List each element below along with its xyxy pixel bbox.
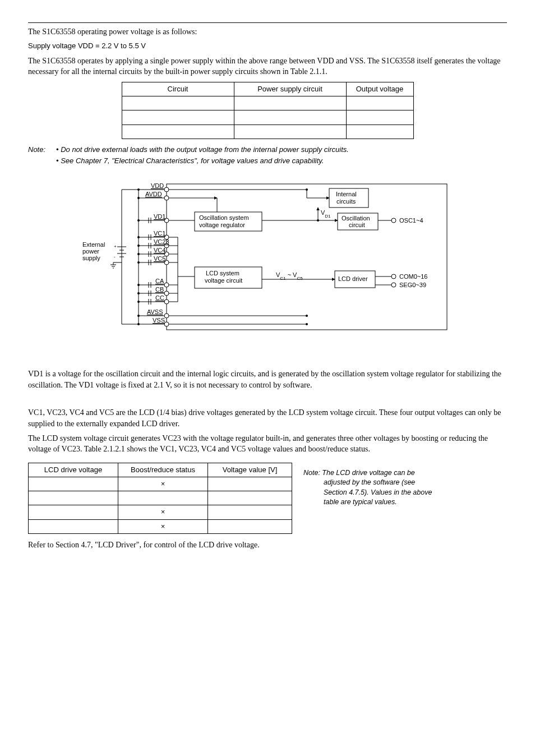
lcd-cell: × [118,519,208,533]
table-row: Circuit Power supply circuit Output volt… [122,82,413,96]
intro-p1: The S1C63558 operating power voltage is … [28,26,507,38]
supply-line: Supply voltage VDD = 2.2 V to 5.5 V [28,41,507,51]
svg-point-17 [164,187,169,192]
circuit-header: Power supply circuit [234,82,346,96]
svg-point-54 [164,314,169,318]
diagram-label: VC4 [154,247,165,253]
svg-point-60 [137,236,140,238]
diagram-label: CC [155,294,164,301]
table-row: × [29,505,292,519]
svg-point-65 [137,292,140,294]
footer-paragraph: Refer to Section 4.7, "LCD Driver", for … [28,540,507,551]
table-row [122,96,413,110]
table-row: × [29,519,292,533]
circuit-cell [346,110,413,125]
diagram-label: Oscillation system [199,214,249,221]
lcd-cell [118,491,208,505]
svg-point-57 [164,322,169,326]
circuit-cell [346,96,413,110]
svg-point-48 [164,291,169,296]
circuit-cell [122,125,234,139]
diagram-label: voltage regulator [199,222,245,228]
lcd-cell [29,477,118,491]
svg-point-103 [306,323,308,325]
diagram-label: circuits [336,198,356,205]
diagram-label: OSC1~4 [399,217,423,224]
diagram-label: SEG0~39 [399,282,426,288]
diagram-label: Oscillation [342,215,370,222]
lcd-cell [208,519,292,533]
lcd-cell [208,505,292,519]
svg-rect-15 [167,184,447,330]
diagram-label: AVDD [145,191,162,197]
diagram-label: Internal [336,191,357,197]
circuit-cell [234,96,346,110]
diagram-label: VC23 [154,238,169,245]
svg-point-66 [137,301,140,303]
lcd-header: Boost/reduce status [118,463,208,477]
svg-point-86 [306,188,308,191]
block-diagram: External power supply + - VDD AVDD VD1 V… [28,173,507,344]
svg-point-59 [137,219,140,222]
side-note: Note: The LCD drive voltage can be adjus… [303,458,432,508]
lcd-header: Voltage value [V] [208,463,292,477]
vc-paragraph-2: The LCD system voltage circuit generates… [28,433,507,455]
diagram-label: VC5 [154,255,165,262]
circuit-cell [122,110,234,125]
diagram-label: External [82,241,105,248]
svg-point-63 [137,261,140,264]
diagram-label: supply [82,255,100,261]
lcd-cell [29,505,118,519]
svg-point-20 [164,196,169,200]
svg-point-58 [137,197,140,199]
circuit-cell [234,125,346,139]
svg-point-67 [137,315,140,317]
svg-text:+: + [114,244,117,249]
svg-point-102 [306,315,308,317]
svg-point-18 [137,188,140,191]
diagram-label: LCD system [206,270,239,276]
vc-paragraph-1: VC1, VC23, VC4 and VC5 are the LCD (1/4 … [28,407,507,429]
lcd-cell: × [118,477,208,491]
diagram-label: voltage circuit [205,277,242,284]
diagram-label: VD1 [154,213,165,220]
lcd-header: LCD drive voltage [29,463,118,477]
circuit-cell [122,96,234,110]
circuit-header: Circuit [122,82,234,96]
diagram-label: VC1 [154,230,165,237]
circuit-table: Circuit Power supply circuit Output volt… [122,82,414,139]
vd1-paragraph: VD1 is a voltage for the oscillation cir… [28,368,507,390]
diagram-label: power [82,248,99,255]
svg-point-91 [317,219,319,222]
svg-point-44 [164,283,169,287]
note-label: Note: [28,145,56,167]
diagram-label: LCD driver [338,275,368,282]
lcd-table: LCD drive voltage Boost/reduce status Vo… [28,463,292,534]
svg-point-64 [137,284,140,286]
diagram-label: VD1 [321,209,331,219]
svg-text:-: - [114,254,116,259]
circuit-header: Output voltage [346,82,413,96]
table-row: × [29,477,292,491]
diagram-label: CB [155,286,164,293]
note-item: • Do not drive external loads with the o… [56,145,507,155]
svg-point-56 [137,323,140,325]
lcd-cell [29,491,118,505]
svg-point-52 [164,299,169,304]
svg-point-93 [391,218,396,223]
intro-p2: The S1C63558 operates by applying a sing… [28,56,507,77]
diagram-label: COM0~16 [399,273,427,280]
table-row [122,110,413,125]
svg-point-62 [137,253,140,255]
table-row [29,491,292,505]
diagram-label: AVSS [147,308,163,315]
circuit-cell [234,110,346,125]
diagram-label: circuit [349,222,365,228]
svg-point-61 [137,245,140,247]
lcd-cell: × [118,505,208,519]
table-row: LCD drive voltage Boost/reduce status Vo… [29,463,292,477]
svg-point-97 [391,274,396,279]
note-block: Note: • Do not drive external loads with… [28,145,507,167]
lcd-cell [208,491,292,505]
note-item: • See Chapter 7, "Electrical Characteris… [56,156,507,166]
